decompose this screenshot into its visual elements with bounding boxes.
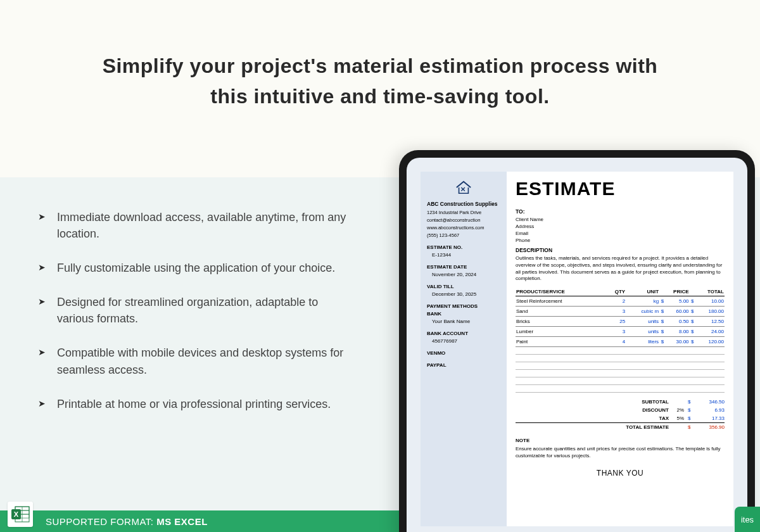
col-total: TOTAL	[690, 288, 725, 296]
valid-till-label: VALID TILL	[427, 284, 500, 289]
estimate-date: November 20, 2024	[427, 272, 500, 277]
col-qty: QTY	[605, 288, 626, 296]
footer-label: SUPPORTED FORMAT: MS EXCEL	[46, 516, 208, 527]
feature-text: Immediate download access, available any…	[57, 209, 355, 242]
estimate-date-label: ESTIMATE DATE	[427, 264, 500, 270]
company-logo-icon	[427, 179, 500, 197]
list-item: ➤Compatible with mobile devices and desk…	[38, 345, 355, 377]
company-website: www.abcconstructions.com	[427, 225, 500, 231]
bullet-icon: ➤	[38, 212, 46, 222]
to-phone: Phone	[516, 238, 725, 243]
company-name: ABC Construction Supplies	[427, 201, 500, 207]
bullet-icon: ➤	[38, 296, 46, 307]
table-row: Sand3cubic m$60.00$180.00	[516, 307, 725, 317]
feature-list: ➤Immediate download access, available an…	[38, 209, 355, 430]
hero-title: Simplify your project's material estimat…	[63, 51, 697, 111]
bank-account-label: BANK ACCOUNT	[427, 331, 500, 336]
col-price: PRICE	[659, 288, 689, 296]
thank-you: THANK YOU	[516, 469, 725, 478]
table-row: Paint4liters$30.00$120.00	[516, 337, 725, 347]
subtotal-label: SUBTOTAL	[616, 399, 673, 405]
list-item: ➤Designed for streamlined organization, …	[38, 294, 355, 327]
estimate-document: ABC Construction Supplies 1234 Industria…	[421, 172, 733, 526]
svg-text:X: X	[14, 510, 19, 518]
list-item: ➤Immediate download access, available an…	[38, 209, 355, 242]
feature-text: Designed for streamlined organization, a…	[57, 294, 355, 327]
bullet-icon: ➤	[38, 347, 46, 357]
table-row: Steel Reinforcement2kg$5.00$10.00	[516, 296, 725, 307]
estimate-no-label: ESTIMATE NO.	[427, 244, 500, 250]
note-label: NOTE	[516, 438, 725, 443]
table-row: Lumber3units$8.00$24.00	[516, 327, 725, 337]
doc-main: ESTIMATE TO: Client Name Address Email P…	[507, 172, 733, 526]
totals-block: SUBTOTAL$346.50 DISCOUNT2%$6.93 TAX5%$17…	[516, 398, 725, 431]
col-product: PRODUCT/SERVICE	[516, 288, 605, 296]
bank-label: BANK	[427, 311, 500, 317]
feature-text: Printable at home or via professional pr…	[57, 396, 331, 412]
company-address: 1234 Industrial Park Drive	[427, 210, 500, 215]
doc-title: ESTIMATE	[516, 178, 725, 200]
doc-sidebar: ABC Construction Supplies 1234 Industria…	[421, 172, 507, 526]
tax-label: TAX	[616, 415, 673, 421]
line-items-table: PRODUCT/SERVICE QTY UNIT PRICE TOTAL Ste…	[516, 288, 725, 393]
excel-icon: X	[8, 502, 33, 527]
to-email: Email	[516, 231, 725, 236]
subtotal-value: 346.50	[694, 399, 725, 405]
total-estimate-label: TOTAL ESTIMATE	[616, 424, 673, 430]
bullet-icon: ➤	[38, 262, 46, 272]
col-unit: UNIT	[626, 288, 659, 296]
tax-pct: 5%	[673, 415, 688, 421]
bank-account: 456776987	[427, 338, 500, 344]
note-text: Ensure accurate quantities and unit pric…	[516, 446, 725, 460]
venmo-label: VENMO	[427, 350, 500, 356]
payment-methods-label: PAYMENT METHODS	[427, 303, 500, 309]
tablet-screen: ABC Construction Supplies 1234 Industria…	[407, 158, 747, 532]
company-email: contact@abcconstruction	[427, 217, 500, 223]
estimate-no: E-12344	[427, 252, 500, 258]
tablet-frame: ABC Construction Supplies 1234 Industria…	[399, 150, 755, 532]
total-estimate-value: 356.90	[694, 424, 725, 430]
description-text: Outlines the tasks, materials, and servi…	[516, 255, 725, 282]
hero-section: Simplify your project's material estimat…	[0, 0, 760, 149]
paypal-label: PAYPAL	[427, 362, 500, 368]
to-label: TO:	[516, 208, 725, 215]
bank-name: Your Bank Name	[427, 319, 500, 324]
discount-label: DISCOUNT	[616, 407, 673, 413]
tax-value: 17.33	[694, 415, 725, 421]
corner-tag: ites	[735, 507, 760, 532]
discount-value: 6.93	[694, 407, 725, 413]
list-item: ➤Printable at home or via professional p…	[38, 396, 355, 412]
discount-pct: 2%	[673, 407, 688, 413]
bullet-icon: ➤	[38, 398, 46, 408]
valid-till: December 30, 2025	[427, 291, 500, 297]
description-label: DESCRIPTION	[516, 247, 725, 253]
to-address: Address	[516, 224, 725, 229]
to-client: Client Name	[516, 217, 725, 222]
company-phone: (555) 123-4567	[427, 232, 500, 238]
feature-text: Compatible with mobile devices and deskt…	[57, 345, 355, 377]
table-row: Bricks25units$0.50$12.50	[516, 317, 725, 327]
list-item: ➤Fully customizable using the applicatio…	[38, 260, 355, 276]
feature-text: Fully customizable using the application…	[57, 260, 335, 276]
